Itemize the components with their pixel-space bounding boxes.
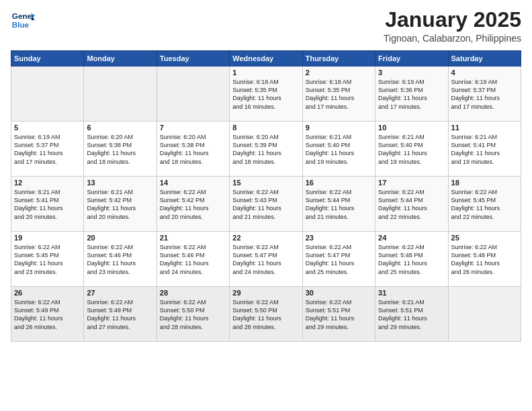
- calendar-cell: 21Sunrise: 6:22 AM Sunset: 5:46 PM Dayli…: [157, 232, 229, 287]
- day-number: 29: [232, 289, 299, 297]
- calendar-cell: 20Sunrise: 6:22 AM Sunset: 5:46 PM Dayli…: [84, 232, 157, 287]
- day-info: Sunrise: 6:22 AM Sunset: 5:42 PM Dayligh…: [160, 188, 226, 221]
- day-info: Sunrise: 6:22 AM Sunset: 5:50 PM Dayligh…: [232, 298, 299, 331]
- weekday-header-sunday: Sunday: [11, 51, 84, 66]
- day-number: 21: [160, 234, 226, 242]
- day-number: 6: [87, 124, 153, 132]
- day-info: Sunrise: 6:22 AM Sunset: 5:45 PM Dayligh…: [451, 188, 518, 221]
- calendar-cell: [157, 66, 229, 122]
- day-number: 17: [378, 179, 445, 187]
- day-number: 28: [160, 289, 226, 297]
- day-info: Sunrise: 6:20 AM Sunset: 5:39 PM Dayligh…: [232, 133, 299, 166]
- calendar-cell: [448, 287, 521, 342]
- calendar-table: SundayMondayTuesdayWednesdayThursdayFrid…: [11, 50, 521, 342]
- day-info: Sunrise: 6:22 AM Sunset: 5:47 PM Dayligh…: [306, 243, 372, 276]
- day-number: 15: [232, 179, 299, 187]
- week-row-4: 19Sunrise: 6:22 AM Sunset: 5:45 PM Dayli…: [11, 232, 521, 287]
- weekday-header-friday: Friday: [375, 51, 448, 66]
- day-info: Sunrise: 6:19 AM Sunset: 5:37 PM Dayligh…: [451, 78, 518, 111]
- day-info: Sunrise: 6:22 AM Sunset: 5:44 PM Dayligh…: [306, 188, 372, 221]
- day-number: 19: [14, 234, 81, 242]
- day-info: Sunrise: 6:22 AM Sunset: 5:47 PM Dayligh…: [232, 243, 299, 276]
- day-number: 23: [306, 234, 372, 242]
- calendar-title: January 2025: [384, 8, 521, 32]
- svg-text:Blue: Blue: [12, 20, 30, 29]
- calendar-cell: 3Sunrise: 6:19 AM Sunset: 5:36 PM Daylig…: [375, 66, 448, 122]
- calendar-cell: 14Sunrise: 6:22 AM Sunset: 5:42 PM Dayli…: [157, 177, 229, 232]
- day-number: 3: [378, 68, 445, 77]
- day-number: 26: [14, 289, 81, 297]
- day-info: Sunrise: 6:22 AM Sunset: 5:49 PM Dayligh…: [14, 298, 81, 331]
- week-row-5: 26Sunrise: 6:22 AM Sunset: 5:49 PM Dayli…: [11, 287, 521, 342]
- calendar-cell: 26Sunrise: 6:22 AM Sunset: 5:49 PM Dayli…: [11, 287, 84, 342]
- calendar-cell: 10Sunrise: 6:21 AM Sunset: 5:40 PM Dayli…: [375, 122, 448, 177]
- calendar-cell: [11, 66, 84, 122]
- day-number: 1: [232, 68, 299, 77]
- logo: General Blue: [11, 8, 35, 32]
- calendar-cell: 8Sunrise: 6:20 AM Sunset: 5:39 PM Daylig…: [230, 122, 302, 177]
- calendar-cell: 15Sunrise: 6:22 AM Sunset: 5:43 PM Dayli…: [230, 177, 302, 232]
- title-block: January 2025 Tignoan, Calabarzon, Philip…: [384, 8, 521, 44]
- week-row-3: 12Sunrise: 6:21 AM Sunset: 5:41 PM Dayli…: [11, 177, 521, 232]
- day-info: Sunrise: 6:22 AM Sunset: 5:44 PM Dayligh…: [378, 188, 445, 221]
- day-info: Sunrise: 6:22 AM Sunset: 5:46 PM Dayligh…: [160, 243, 226, 276]
- calendar-cell: 6Sunrise: 6:20 AM Sunset: 5:38 PM Daylig…: [84, 122, 157, 177]
- calendar-cell: 1Sunrise: 6:18 AM Sunset: 5:35 PM Daylig…: [230, 66, 302, 122]
- day-info: Sunrise: 6:20 AM Sunset: 5:38 PM Dayligh…: [160, 133, 226, 166]
- day-info: Sunrise: 6:22 AM Sunset: 5:45 PM Dayligh…: [14, 243, 81, 276]
- calendar-cell: 2Sunrise: 6:18 AM Sunset: 5:35 PM Daylig…: [302, 66, 375, 122]
- day-number: 20: [87, 234, 153, 242]
- day-number: 14: [160, 179, 226, 187]
- day-info: Sunrise: 6:20 AM Sunset: 5:38 PM Dayligh…: [87, 133, 153, 166]
- week-row-2: 5Sunrise: 6:19 AM Sunset: 5:37 PM Daylig…: [11, 122, 521, 177]
- weekday-header-saturday: Saturday: [448, 51, 521, 66]
- weekday-header-monday: Monday: [84, 51, 157, 66]
- calendar-cell: 19Sunrise: 6:22 AM Sunset: 5:45 PM Dayli…: [11, 232, 84, 287]
- day-info: Sunrise: 6:22 AM Sunset: 5:49 PM Dayligh…: [87, 298, 153, 331]
- calendar-cell: 30Sunrise: 6:22 AM Sunset: 5:51 PM Dayli…: [302, 287, 375, 342]
- day-info: Sunrise: 6:18 AM Sunset: 5:35 PM Dayligh…: [232, 78, 299, 111]
- day-info: Sunrise: 6:22 AM Sunset: 5:46 PM Dayligh…: [87, 243, 153, 276]
- weekday-header-wednesday: Wednesday: [230, 51, 302, 66]
- day-number: 25: [451, 234, 518, 242]
- calendar-cell: 31Sunrise: 6:21 AM Sunset: 5:51 PM Dayli…: [375, 287, 448, 342]
- weekday-header-tuesday: Tuesday: [157, 51, 229, 66]
- day-info: Sunrise: 6:22 AM Sunset: 5:48 PM Dayligh…: [451, 243, 518, 276]
- day-number: 7: [160, 124, 226, 132]
- day-number: 24: [378, 234, 445, 242]
- day-number: 16: [306, 179, 372, 187]
- calendar-cell: 23Sunrise: 6:22 AM Sunset: 5:47 PM Dayli…: [302, 232, 375, 287]
- day-info: Sunrise: 6:22 AM Sunset: 5:50 PM Dayligh…: [160, 298, 226, 331]
- calendar-cell: 24Sunrise: 6:22 AM Sunset: 5:48 PM Dayli…: [375, 232, 448, 287]
- calendar-cell: 4Sunrise: 6:19 AM Sunset: 5:37 PM Daylig…: [448, 66, 521, 122]
- day-number: 12: [14, 179, 81, 187]
- day-info: Sunrise: 6:22 AM Sunset: 5:43 PM Dayligh…: [232, 188, 299, 221]
- calendar-subtitle: Tignoan, Calabarzon, Philippines: [384, 33, 521, 44]
- calendar-cell: 29Sunrise: 6:22 AM Sunset: 5:50 PM Dayli…: [230, 287, 302, 342]
- calendar-cell: 9Sunrise: 6:21 AM Sunset: 5:40 PM Daylig…: [302, 122, 375, 177]
- day-info: Sunrise: 6:21 AM Sunset: 5:51 PM Dayligh…: [378, 298, 445, 331]
- day-number: 10: [378, 124, 445, 132]
- day-info: Sunrise: 6:22 AM Sunset: 5:51 PM Dayligh…: [306, 298, 372, 331]
- week-row-1: 1Sunrise: 6:18 AM Sunset: 5:35 PM Daylig…: [11, 66, 521, 122]
- calendar-cell: 11Sunrise: 6:21 AM Sunset: 5:41 PM Dayli…: [448, 122, 521, 177]
- day-number: 27: [87, 289, 153, 297]
- calendar-cell: 13Sunrise: 6:21 AM Sunset: 5:42 PM Dayli…: [84, 177, 157, 232]
- day-info: Sunrise: 6:21 AM Sunset: 5:40 PM Dayligh…: [378, 133, 445, 166]
- day-info: Sunrise: 6:19 AM Sunset: 5:36 PM Dayligh…: [378, 78, 445, 111]
- day-number: 18: [451, 179, 518, 187]
- day-number: 9: [306, 124, 372, 132]
- calendar-cell: 16Sunrise: 6:22 AM Sunset: 5:44 PM Dayli…: [302, 177, 375, 232]
- weekday-header-row: SundayMondayTuesdayWednesdayThursdayFrid…: [11, 51, 521, 66]
- day-number: 8: [232, 124, 299, 132]
- weekday-header-thursday: Thursday: [302, 51, 375, 66]
- calendar-cell: 22Sunrise: 6:22 AM Sunset: 5:47 PM Dayli…: [230, 232, 302, 287]
- logo-icon: General Blue: [11, 8, 35, 32]
- day-number: 4: [451, 68, 518, 77]
- calendar-cell: 7Sunrise: 6:20 AM Sunset: 5:38 PM Daylig…: [157, 122, 229, 177]
- day-info: Sunrise: 6:21 AM Sunset: 5:41 PM Dayligh…: [14, 188, 81, 221]
- day-info: Sunrise: 6:21 AM Sunset: 5:42 PM Dayligh…: [87, 188, 153, 221]
- calendar-cell: 17Sunrise: 6:22 AM Sunset: 5:44 PM Dayli…: [375, 177, 448, 232]
- day-info: Sunrise: 6:19 AM Sunset: 5:37 PM Dayligh…: [14, 133, 81, 166]
- page-container: General Blue January 2025 Tignoan, Calab…: [0, 0, 532, 347]
